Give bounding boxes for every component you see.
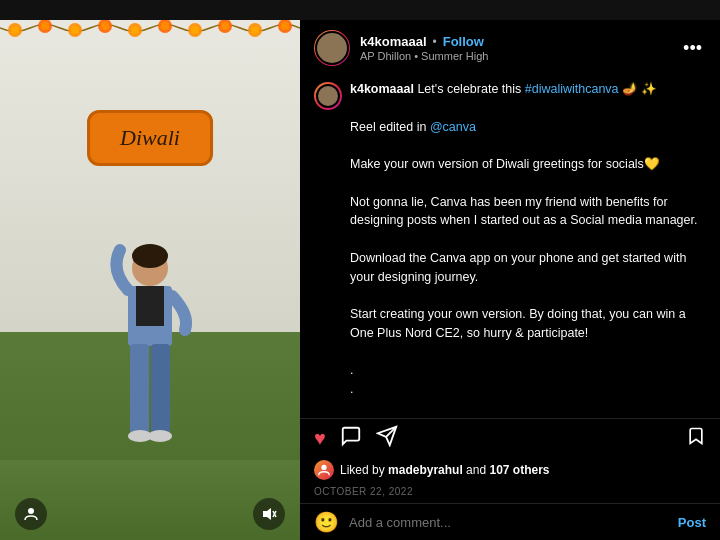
likes-row: Liked by madebyrahul and 107 others xyxy=(300,458,720,484)
svg-point-19 xyxy=(281,22,289,30)
share-button[interactable] xyxy=(376,425,398,452)
caption-dot1: . xyxy=(350,363,353,377)
svg-rect-25 xyxy=(151,344,170,434)
hashtag[interactable]: #diwaliwithcanva xyxy=(525,82,619,96)
comment-input[interactable] xyxy=(349,515,668,530)
caption-author-row: k4komaaal Let's celebrate this #diwaliwi… xyxy=(314,80,706,399)
caption-username[interactable]: k4komaaal xyxy=(350,82,414,96)
more-options-button[interactable]: ••• xyxy=(679,34,706,63)
svg-point-11 xyxy=(161,22,169,30)
caption-line4: Not gonna lie, Canva has been my friend … xyxy=(350,195,697,228)
like-button[interactable]: ♥ xyxy=(314,427,326,450)
caption-line5: Download the Canva app on your phone and… xyxy=(350,251,686,284)
svg-point-34 xyxy=(321,465,326,470)
svg-point-5 xyxy=(71,26,79,34)
caption-line3: Make your own version of Diwali greeting… xyxy=(350,157,660,171)
reel-panel: Diwali xyxy=(0,20,300,540)
and-text: and xyxy=(466,463,486,477)
svg-point-15 xyxy=(221,22,229,30)
video-controls xyxy=(0,498,300,530)
caption-emoji1: 🪔 ✨ xyxy=(619,82,658,96)
caption-body: Let's celebrate this xyxy=(417,82,524,96)
svg-point-9 xyxy=(131,26,139,34)
svg-point-3 xyxy=(41,22,49,30)
caption-dot2: . xyxy=(350,382,353,396)
others-count[interactable]: 107 others xyxy=(489,463,549,477)
svg-point-1 xyxy=(11,26,19,34)
caption-text: k4komaaal Let's celebrate this #diwaliwi… xyxy=(350,80,706,399)
liked-user-avatar xyxy=(314,460,334,480)
svg-rect-24 xyxy=(130,344,149,434)
top-bar xyxy=(0,0,720,20)
person-figure xyxy=(90,240,210,470)
svg-point-7 xyxy=(101,22,109,30)
svg-rect-23 xyxy=(136,286,164,326)
bookmark-button[interactable] xyxy=(686,425,706,452)
post-detail-panel: k4komaaal • Follow AP Dhillon • Summer H… xyxy=(300,20,720,540)
first-liker[interactable]: madebyrahul xyxy=(388,463,463,477)
caption-line6: Start creating your own version. By doin… xyxy=(350,307,686,340)
svg-point-13 xyxy=(191,26,199,34)
likes-text: Liked by madebyrahul and 107 others xyxy=(340,463,550,477)
username-row: k4komaaal • Follow xyxy=(360,34,669,49)
post-date: OCTOBER 22, 2022 xyxy=(300,484,720,503)
user-avatar[interactable] xyxy=(314,30,350,66)
comment-button[interactable] xyxy=(340,425,362,452)
profile-button[interactable] xyxy=(15,498,47,530)
header-info: k4komaaal • Follow AP Dhillon • Summer H… xyxy=(360,34,669,62)
svg-marker-29 xyxy=(263,508,271,520)
svg-point-17 xyxy=(251,26,259,34)
follow-button[interactable]: Follow xyxy=(443,34,484,49)
svg-point-27 xyxy=(148,430,172,442)
liked-by-label: Liked by xyxy=(340,463,385,477)
post-username[interactable]: k4komaaal xyxy=(360,34,427,49)
caption-line2: Reel edited in @canva xyxy=(350,120,476,134)
actions-row: ♥ xyxy=(300,418,720,458)
main-content: Diwali xyxy=(0,20,720,540)
garland-decoration xyxy=(0,20,300,60)
mute-button[interactable] xyxy=(253,498,285,530)
caption-avatar[interactable] xyxy=(314,82,342,110)
svg-point-28 xyxy=(28,508,34,514)
emoji-button[interactable]: 🙂 xyxy=(314,510,339,534)
separator-dot: • xyxy=(433,35,437,49)
svg-point-21 xyxy=(132,244,168,268)
post-subtitle: AP Dhillon • Summer High xyxy=(360,50,669,62)
post-comment-button[interactable]: Post xyxy=(678,515,706,530)
caption-area: k4komaaal Let's celebrate this #diwaliwi… xyxy=(300,76,720,418)
comment-row: 🙂 Post xyxy=(300,503,720,540)
post-header: k4komaaal • Follow AP Dhillon • Summer H… xyxy=(300,20,720,76)
diwali-label: Diwali xyxy=(87,110,213,166)
